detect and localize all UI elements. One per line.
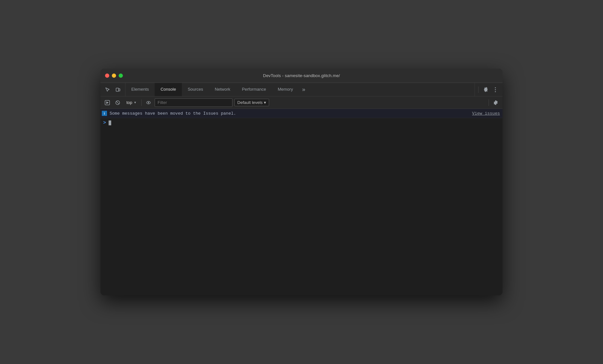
customize-button[interactable] <box>491 85 500 94</box>
console-toolbar: top ▾ Default levels ▾ <box>100 97 503 109</box>
devtools-window: DevTools - samesite-sandbox.glitch.me/ E… <box>100 69 503 295</box>
svg-point-10 <box>148 102 149 103</box>
tab-performance[interactable]: Performance <box>236 83 272 96</box>
chevron-down-icon: ▾ <box>134 100 136 105</box>
info-icon: i <box>102 111 107 116</box>
console-output[interactable]: i Some messages have been moved to the I… <box>100 109 503 295</box>
device-mode-button[interactable] <box>113 85 123 94</box>
context-label: top <box>126 100 132 105</box>
run-snippet-button[interactable] <box>103 98 112 107</box>
tab-memory[interactable]: Memory <box>272 83 299 96</box>
levels-label: Default levels <box>237 100 263 105</box>
tab-divider <box>478 86 479 93</box>
console-input-row: > <box>100 118 503 128</box>
devtools-icon-group <box>100 83 125 96</box>
eye-icon-button[interactable] <box>144 98 153 107</box>
tab-elements[interactable]: Elements <box>125 83 155 96</box>
minimize-button[interactable] <box>112 74 116 78</box>
filter-input[interactable] <box>155 98 232 107</box>
console-message-row: i Some messages have been moved to the I… <box>100 109 503 118</box>
tab-console[interactable]: Console <box>155 83 182 96</box>
tab-bar: Elements Console Sources Network Perform… <box>100 83 503 97</box>
context-selector[interactable]: top ▾ <box>124 99 139 106</box>
toolbar-divider-2 <box>489 99 489 106</box>
levels-arrow-icon: ▾ <box>264 100 266 105</box>
svg-point-3 <box>495 89 496 90</box>
maximize-button[interactable] <box>119 74 123 78</box>
tab-network[interactable]: Network <box>209 83 236 96</box>
console-cursor <box>109 120 111 125</box>
title-bar: DevTools - samesite-sandbox.glitch.me/ <box>100 69 503 83</box>
svg-point-4 <box>495 91 496 92</box>
inspect-element-button[interactable] <box>103 85 112 94</box>
svg-marker-6 <box>106 101 109 104</box>
toolbar-divider-1 <box>141 99 142 106</box>
settings-button[interactable] <box>480 85 490 94</box>
message-text: Some messages have been moved to the Iss… <box>110 111 467 116</box>
tab-bar-right-icons <box>475 83 503 96</box>
window-title: DevTools - samesite-sandbox.glitch.me/ <box>263 73 340 78</box>
svg-rect-0 <box>116 88 119 91</box>
traffic-lights <box>105 74 123 78</box>
tabs-container: Elements Console Sources Network Perform… <box>125 83 475 96</box>
svg-rect-1 <box>119 89 120 91</box>
clear-console-button[interactable] <box>113 98 122 107</box>
log-levels-button[interactable]: Default levels ▾ <box>234 99 269 106</box>
svg-point-2 <box>495 87 496 88</box>
tab-sources[interactable]: Sources <box>182 83 209 96</box>
view-issues-link[interactable]: View issues <box>472 111 500 116</box>
console-settings-button[interactable] <box>491 98 500 107</box>
close-button[interactable] <box>105 74 109 78</box>
svg-line-8 <box>116 101 119 104</box>
more-tabs-button[interactable]: » <box>299 83 309 96</box>
console-prompt-symbol: > <box>103 120 106 126</box>
